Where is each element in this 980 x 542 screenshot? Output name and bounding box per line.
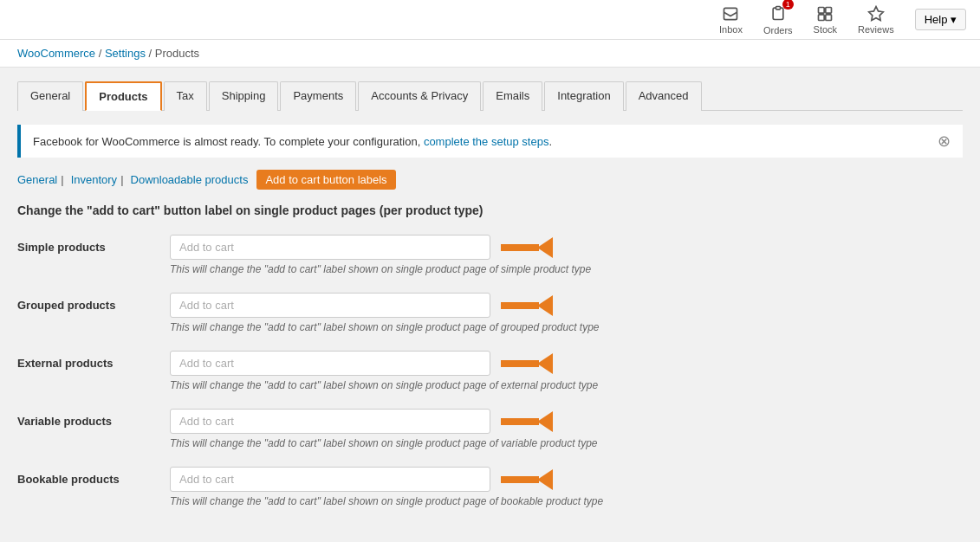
input-arrow-variable [170,409,620,434]
product-input-area-simple: This will change the "add to cart" label… [170,235,620,275]
grouped-hint: This will change the "add to cart" label… [170,321,620,333]
breadcrumb-current: Products [155,47,199,60]
subtab-downloadable[interactable]: Downloadable products [131,173,249,186]
arrow-variable [501,411,553,432]
subtab-add-to-cart[interactable]: Add to cart button labels [256,170,395,190]
tab-payments[interactable]: Payments [280,81,356,111]
input-arrow-simple [170,235,620,260]
product-label-bookable: Bookable products [17,467,156,486]
notice-banner: Facebook for WooCommerce is almost ready… [17,125,963,158]
reviews-icon-btn[interactable]: Reviews [858,5,894,35]
top-bar: Inbox 1 Orders Stock [0,0,980,40]
subtab-sep1: | [61,173,63,186]
breadcrumb: WooCommerce / Settings / Products [0,40,980,68]
arrow-simple [501,237,553,258]
subtab-inventory[interactable]: Inventory [71,173,117,186]
section-title: Change the "add to cart" button label on… [17,203,963,217]
subtab-general[interactable]: General [17,173,57,186]
tabs-bar: General Products Tax Shipping Payments A… [17,81,963,111]
product-row-simple: Simple products This will change the "ad… [17,235,963,275]
input-arrow-bookable [170,467,620,492]
orders-icon-btn[interactable]: 1 Orders [763,4,793,35]
help-button[interactable]: Help ▾ [915,9,966,30]
tab-emails[interactable]: Emails [483,81,542,111]
top-bar-icons: Inbox 1 Orders Stock [719,4,966,35]
tab-advanced[interactable]: Advanced [626,81,702,111]
product-label-simple: Simple products [17,235,156,254]
main-content: General Products Tax Shipping Payments A… [0,68,980,539]
breadcrumb-sep2: / [146,47,155,60]
tab-integration[interactable]: Integration [544,81,623,111]
grouped-products-input[interactable] [170,293,490,318]
inbox-label: Inbox [719,24,743,35]
product-row-bookable: Bookable products This will change the "… [17,467,963,507]
inbox-icon-btn[interactable]: Inbox [719,5,743,35]
stock-icon-btn[interactable]: Stock [814,5,838,35]
svg-rect-5 [826,14,832,20]
svg-marker-6 [869,6,884,20]
sub-tabs: General | Inventory | Downloadable produ… [17,170,963,190]
product-input-area-external: This will change the "add to cart" label… [170,351,620,391]
arrow-grouped [501,295,553,316]
product-row-grouped: Grouped products This will change the "a… [17,293,963,333]
tab-accounts-privacy[interactable]: Accounts & Privacy [358,81,481,111]
product-label-variable: Variable products [17,409,156,428]
subtab-sep2: | [120,173,123,186]
tab-products[interactable]: Products [85,81,161,111]
variable-hint: This will change the "add to cart" label… [170,437,620,449]
variable-products-input[interactable] [170,409,490,434]
simple-products-input[interactable] [170,235,490,260]
external-products-input[interactable] [170,351,490,376]
tab-general[interactable]: General [17,81,83,111]
notice-close-button[interactable]: ⊗ [938,133,951,149]
svg-rect-4 [819,14,825,20]
orders-badge: 1 [782,0,794,10]
external-hint: This will change the "add to cart" label… [170,379,620,391]
notice-text: Facebook for WooCommerce is almost ready… [33,135,552,148]
product-rows: Simple products This will change the "ad… [17,235,963,507]
breadcrumb-sep1: / [95,47,105,60]
product-row-variable: Variable products This will change the "… [17,409,963,449]
notice-link[interactable]: complete the setup steps [424,135,549,148]
svg-rect-2 [819,7,825,13]
svg-rect-3 [826,7,832,13]
breadcrumb-settings[interactable]: Settings [105,47,146,60]
bookable-products-input[interactable] [170,467,490,492]
tab-shipping[interactable]: Shipping [209,81,279,111]
input-arrow-external [170,351,620,376]
svg-rect-1 [776,6,780,9]
product-input-area-variable: This will change the "add to cart" label… [170,409,620,449]
tab-tax[interactable]: Tax [164,81,207,111]
product-row-external: External products This will change the "… [17,351,963,391]
simple-hint: This will change the "add to cart" label… [170,263,620,275]
product-label-external: External products [17,351,156,370]
breadcrumb-woocommerce[interactable]: WooCommerce [17,47,95,60]
input-arrow-grouped [170,293,620,318]
product-label-grouped: Grouped products [17,293,156,312]
arrow-external [501,353,553,374]
product-input-area-grouped: This will change the "add to cart" label… [170,293,620,333]
stock-label: Stock [814,24,838,35]
reviews-label: Reviews [858,24,894,35]
product-input-area-bookable: This will change the "add to cart" label… [170,467,620,507]
bookable-hint: This will change the "add to cart" label… [170,495,620,507]
orders-label: Orders [763,25,793,35]
arrow-bookable [501,469,553,490]
